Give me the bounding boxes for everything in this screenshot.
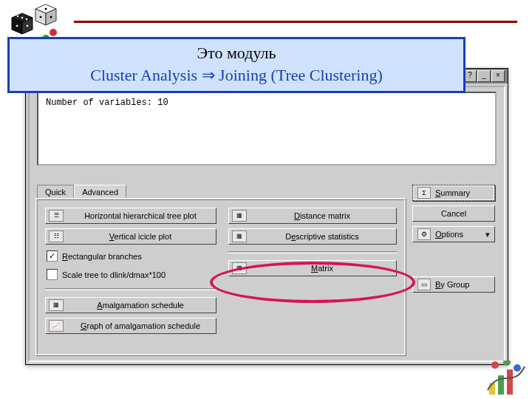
rect-branches-label: Rectangular branches [62,252,142,261]
close-button[interactable]: × [491,70,505,82]
scale-tree-label: Scale tree to dlink/dmax*100 [62,270,166,279]
tab-advanced[interactable]: Advanced [74,185,126,198]
by-group-label: By Group [435,280,469,289]
window-client-area: Number of variables: 10 Quick Advanced ☰… [28,86,505,362]
svg-point-10 [27,25,29,27]
corner-chart-decor [485,361,529,398]
annotation-box: Это модуль Cluster Analysis ⇒ Joining (T… [7,37,466,93]
tree-plot-icon: ☰ [49,210,64,222]
svg-point-9 [16,25,18,27]
separator [45,288,216,290]
cancel-button[interactable]: Cancel [412,205,495,222]
graph-amalg-button[interactable]: 📈 Graph of amalgamation schedule [45,318,216,334]
svg-point-14 [50,29,57,36]
minimize-button[interactable]: _ [477,70,491,82]
line-chart-icon: 📈 [49,320,64,332]
matrix-button[interactable]: ▦ Matrix [228,260,397,276]
by-group-button[interactable]: ▭ By Group [412,276,495,293]
svg-point-12 [17,16,19,18]
grid-icon: ▦ [232,231,247,242]
tab-quick[interactable]: Quick [37,185,74,198]
separator [228,251,397,253]
icicle-plot-icon: ☷ [49,231,64,242]
distance-matrix-button[interactable]: ▦ Distance matrix [228,208,397,224]
svg-point-4 [50,16,52,18]
horiz-tree-plot-label: Horizontal hierarchical tree plot [68,211,213,220]
descriptive-stats-button[interactable]: ▦ Descriptive statistics [228,228,397,245]
svg-point-21 [514,364,521,372]
svg-point-20 [503,361,511,366]
results-info: Number of variables: 10 [37,92,497,166]
matrix-label: Matrix [251,264,393,273]
scale-tree-check[interactable]: Scale tree to dlink/dmax*100 [45,267,216,282]
chevron-down-icon: ▾ [485,230,490,239]
annotation-line1: Это модуль [10,44,463,63]
distance-matrix-label: Distance matrix [251,211,393,220]
svg-point-3 [40,16,42,18]
checkbox-icon: ✓ [47,250,58,262]
header-rule [74,21,517,23]
info-line: Number of variables: 10 [46,98,488,108]
annotation-line2: Cluster Analysis ⇒ Joining (Tree Cluster… [10,66,463,85]
save-grid-icon: ▦ [232,262,247,274]
grid-icon: ▦ [232,210,247,222]
dice-decor [4,1,64,42]
group-icon: ▭ [417,279,431,290]
checkbox-icon [47,269,58,280]
options-button[interactable]: ⚙ Options ▾ [412,226,495,242]
vert-icicle-plot-button[interactable]: ☷ VVertical icicle plotertical icicle pl… [45,228,216,245]
vert-icicle-plot-label: VVertical icicle plotertical icicle plot [68,232,213,241]
horiz-tree-plot-button[interactable]: ☰ Horizontal hierarchical tree plot [45,208,216,224]
dialog-window: ▦ Joining Results: All data ? _ × Number… [25,68,508,365]
svg-point-13 [26,18,28,21]
amalg-schedule-label: Amalgamation schedule [68,301,213,310]
svg-point-11 [21,17,24,19]
summary-label: Summary [435,188,470,197]
grid-icon: ▦ [49,299,64,311]
graph-amalg-label: Graph of amalgamation schedule [68,321,213,330]
cancel-label: Cancel [441,209,466,218]
amalg-schedule-button[interactable]: ▦ Amalgamation schedule [45,297,216,313]
rect-branches-check[interactable]: ✓ Rectangular branches [45,249,216,263]
descriptive-stats-label: Descriptive statistics [251,232,393,241]
tab-strip: Quick Advanced [37,185,126,198]
svg-point-19 [491,361,499,369]
summary-icon: Σ [417,187,431,199]
options-icon: ⚙ [417,228,431,240]
options-label: Options [435,230,463,239]
tab-panel: ☰ Horizontal hierarchical tree plot ☷ VV… [35,198,406,356]
summary-button[interactable]: Σ Summary [412,185,495,201]
svg-rect-18 [507,369,513,395]
svg-point-5 [45,8,47,10]
